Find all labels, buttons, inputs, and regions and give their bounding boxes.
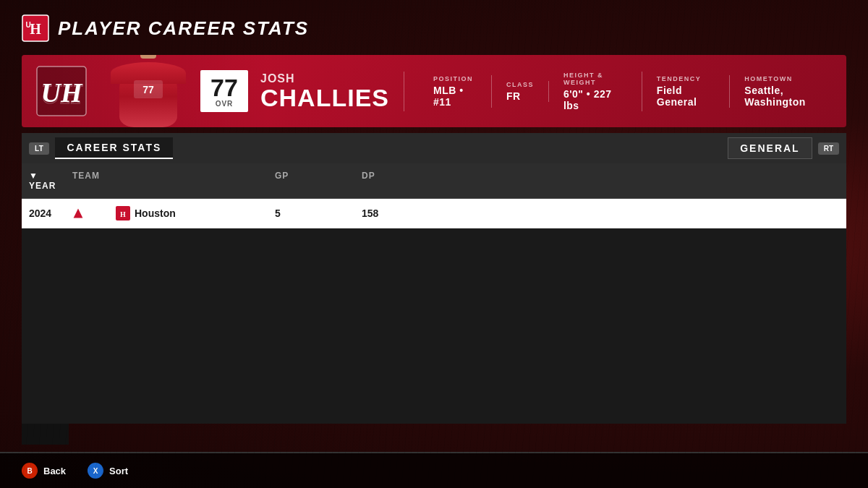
card-logo-section: UH UH [22,55,101,127]
hometown-label: HOMETOWN [744,75,832,82]
main-container: H U PLAYER CAREER STATS UH UH [0,0,868,488]
height-weight-label: HEIGHT & WEIGHT [563,72,627,86]
career-stats-tab[interactable]: CAREER STATS [55,137,173,159]
player-stats-section: POSITION MLB • #11 CLASS FR HEIGHT & WEI… [404,72,846,111]
svg-text:H: H [120,210,126,218]
tendency-label: TENDENCY [657,75,715,82]
ovr-box: 77 OVR [200,70,248,112]
height-weight-value: 6'0" • 227 lbs [563,88,627,111]
svg-text:H: H [30,21,41,37]
stat-group-tendency: TENDENCY Field General [642,75,730,108]
lb-button[interactable]: LT [29,142,49,155]
tab-right: GENERAL RT [728,137,839,159]
position-value: MLB • #11 [433,85,477,108]
table-header-row: ▼ YEAR TEAM GP DP [22,163,846,199]
tab-bar: LT CAREER STATS GENERAL RT [22,133,846,163]
svg-text:U: U [25,21,30,29]
page-title: PLAYER CAREER STATS [58,17,309,40]
team-small-icon [72,207,84,219]
hometown-value: Seattle, Washington [744,85,832,108]
stats-table-container: ▼ YEAR TEAM GP DP 2024 [22,163,846,424]
stat-group-position: POSITION MLB • #11 [419,75,492,108]
player-lastname: CHALLIES [260,85,389,110]
cell-extra [441,206,846,221]
col-header-year: ▼ YEAR [22,171,65,191]
class-label: CLASS [506,81,534,88]
stat-group-height-weight: HEIGHT & WEIGHT 6'0" • 227 lbs [549,72,642,111]
ovr-section: 77 OVR [195,70,253,112]
svg-text:UH: UH [41,79,83,109]
uh-logo-icon: H U [22,14,49,42]
col-header-dp: DP [354,171,441,191]
general-tab[interactable]: GENERAL [728,137,812,159]
tendency-value: Field General [657,85,715,108]
cell-gp: 5 [268,206,354,221]
rb-button[interactable]: RT [818,142,839,155]
col-header-gp [109,171,268,191]
col-header-extra [441,171,846,191]
sort-arrow: ▼ [29,171,38,181]
position-label: POSITION [433,75,477,82]
player-image-section: 77 [101,55,195,127]
page-header: H U PLAYER CAREER STATS [22,14,846,42]
cell-dp: 158 [354,206,441,221]
stat-group-class: CLASS FR [492,81,549,102]
team-logo-small: H [116,206,130,221]
col-header-gp-val: GP [268,171,354,191]
table-row: 2024 H Houston 5 158 [22,199,846,228]
player-card: UH UH [22,55,846,127]
svg-marker-6 [74,209,83,218]
cell-team-name: H Houston [109,206,268,221]
ovr-number: 77 [210,75,238,100]
ovr-label: OVR [216,100,234,108]
uh-logo-header: H U [22,14,49,42]
player-name-section: JOSH CHALLIES [253,72,404,110]
class-value: FR [506,90,534,102]
stat-group-hometown: HOMETOWN Seattle, Washington [730,75,846,108]
col-header-team: TEAM [65,171,109,191]
cell-team-icon [65,206,109,221]
card-uh-logo: UH UH [36,66,87,116]
cell-year: 2024 [22,206,65,221]
tab-left: LT CAREER STATS [29,137,173,159]
